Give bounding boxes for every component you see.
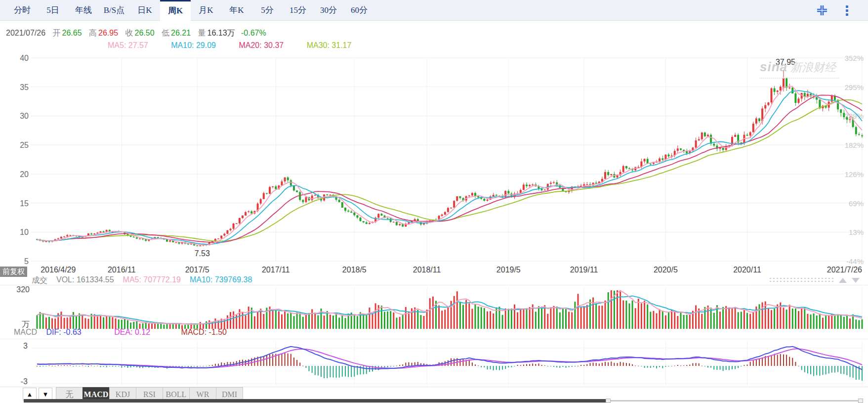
y-axis-label: 25 — [20, 141, 29, 149]
macd-value: MACD: -1.50 — [181, 328, 227, 336]
right-axis-label: -44% — [846, 257, 864, 266]
x-axis-label: 2020/5 — [654, 266, 678, 274]
dea-value: DEA: 0.12 — [114, 328, 150, 336]
x-axis-label: 2020/11 — [733, 266, 761, 274]
volume-svg — [0, 285, 868, 331]
candlestick-svg: 40352%35295%30239%25182%20126%1569%1013%… — [0, 47, 868, 267]
volume-ma5-value: MA5: 707772.19 — [123, 275, 181, 286]
sina-logo: sina — [760, 59, 787, 74]
x-axis-label: 2018/5 — [342, 266, 367, 274]
change-percent: -0.67% — [241, 29, 266, 37]
tab-30min[interactable]: 30分 — [313, 0, 344, 21]
quote-date: 2021/07/26 — [6, 29, 45, 37]
period-tabs: 分时5日年线B/S点日K周K月K年K5分15分30分60分 — [0, 0, 868, 21]
y-axis-label: 15 — [20, 199, 29, 208]
x-axis-label: 2019/5 — [496, 266, 521, 274]
x-axis-label: 2021/7/26 — [827, 266, 862, 274]
low-label: 低 — [162, 29, 169, 37]
collapse-icon[interactable] — [816, 4, 828, 16]
scrollbar-handle-left[interactable] — [606, 399, 611, 403]
quote-summary: 2021/07/26 开26.65 高26.95 收26.50 低26.21 量… — [6, 28, 266, 39]
x-axis-label: 2018/11 — [413, 266, 441, 274]
volume-title: 成交 — [32, 275, 47, 286]
y-axis-label: 40 — [20, 54, 29, 62]
close-label: 收 — [125, 29, 133, 37]
x-axis-label: 2017/5 — [185, 266, 209, 274]
pane-resize-handle[interactable] — [769, 277, 834, 282]
y-axis-label: 20 — [20, 170, 29, 179]
y-axis-label: 30 — [20, 112, 29, 120]
tab-15min[interactable]: 15分 — [283, 0, 313, 21]
volume-label: 量 — [198, 29, 206, 37]
x-axis-label: 2019/11 — [570, 266, 598, 274]
x-axis-label: 2016/11 — [108, 266, 136, 274]
x-axis: 2016/4/292016/112017/52017/112018/52018/… — [0, 266, 868, 275]
scrollbar-handle-right[interactable] — [858, 399, 863, 403]
volume-value: 16.13万 — [207, 29, 235, 37]
tab-60min[interactable]: 60分 — [344, 0, 374, 21]
watermark-subline — [760, 76, 839, 79]
macd-title: MACD — [14, 328, 37, 336]
dif-value: DIF: -0.63 — [46, 328, 82, 336]
open-label: 开 — [53, 29, 61, 37]
tab-daily-k[interactable]: 日K — [129, 0, 160, 21]
open-value: 26.65 — [62, 29, 82, 37]
watermark-text: 新浪财经 — [790, 61, 836, 74]
high-value: 26.95 — [98, 29, 118, 37]
macd-svg — [0, 339, 868, 388]
candlestick-chart[interactable]: 40352%35295%30239%25182%20126%1569%1013%… — [0, 47, 868, 267]
x-axis-label: 2017/11 — [262, 266, 290, 274]
y-axis-label: 10 — [20, 228, 29, 236]
right-axis-label: 295% — [845, 83, 864, 91]
low-value: 26.21 — [171, 29, 191, 37]
scrollbar-track[interactable] — [611, 400, 858, 402]
horizontal-scrollbar — [0, 399, 868, 403]
tab-weekly-k[interactable]: 周K — [160, 0, 191, 21]
tab-5d[interactable]: 5日 — [38, 0, 68, 21]
scrollbar-thumb[interactable] — [24, 399, 606, 403]
tab-5min[interactable]: 5分 — [252, 0, 283, 21]
pane-up-arrow-icon[interactable] — [839, 278, 847, 283]
tab-yearly-k[interactable]: 年K — [221, 0, 252, 21]
tab-time[interactable]: 分时 — [7, 0, 38, 21]
volume-ma10-value: MA10: 739769.38 — [190, 275, 252, 286]
tab-monthly-k[interactable]: 月K — [191, 0, 221, 21]
tab-yearline[interactable]: 年线 — [68, 0, 99, 21]
pane-down-arrow-icon[interactable] — [852, 278, 860, 283]
close-value: 26.50 — [135, 29, 155, 37]
right-axis-label: 126% — [845, 170, 864, 179]
volume-chart[interactable] — [0, 285, 868, 330]
more-menu-icon[interactable] — [841, 4, 853, 16]
right-axis-label: 13% — [849, 228, 864, 236]
watermark: sina新浪财经 — [760, 59, 839, 79]
right-axis-label: 69% — [849, 199, 864, 208]
volume-vol-value: VOL: 161334.55 — [56, 275, 114, 286]
right-axis-label: 182% — [845, 141, 864, 149]
period-tab-bar: 分时5日年线B/S点日K周K月K年K5分15分30分60分 — [0, 0, 868, 21]
tab-bs-point[interactable]: B/S点 — [99, 0, 129, 21]
y-axis-label: 35 — [20, 83, 29, 91]
x-axis-label: 2016/4/29 — [41, 266, 76, 274]
adjust-mode-badge[interactable]: 前复权 — [0, 267, 27, 277]
volume-header: 成交 VOL: 161334.55 MA5: 707772.19 MA10: 7… — [32, 275, 252, 286]
macd-header: MACD DIF: -0.63 DEA: 0.12 MACD: -1.50 — [14, 328, 227, 337]
y-axis-label: 5 — [24, 257, 29, 266]
right-axis-label: 352% — [845, 54, 864, 62]
macd-chart[interactable] — [0, 339, 868, 387]
low-annotation: 7.53 — [195, 249, 210, 258]
high-label: 高 — [89, 29, 97, 37]
